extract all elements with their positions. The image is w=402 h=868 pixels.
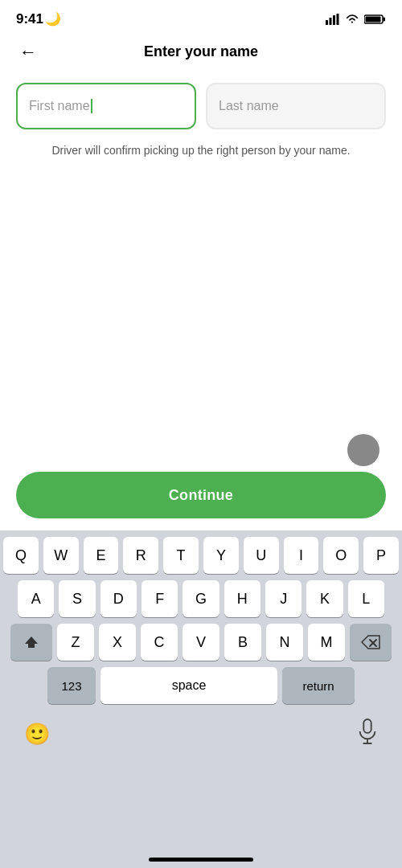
emoji-icon[interactable]: 🙂: [24, 722, 50, 747]
key-x[interactable]: X: [99, 624, 136, 661]
key-c[interactable]: C: [141, 624, 178, 661]
svg-rect-6: [366, 17, 381, 23]
last-name-placeholder: Last name: [219, 99, 279, 113]
key-p[interactable]: P: [363, 537, 399, 574]
continue-button-wrapper: Continue: [16, 472, 386, 518]
shift-key[interactable]: [10, 624, 52, 661]
header: ← Enter your name: [0, 35, 402, 70]
scroll-indicator: [347, 434, 379, 466]
mic-icon[interactable]: [357, 719, 378, 750]
form-area: First name Last name Driver will confirm…: [0, 70, 402, 159]
keyboard-row-2: A S D F G H J K L: [3, 580, 399, 617]
svg-marker-7: [25, 637, 38, 648]
numbers-key[interactable]: 123: [47, 667, 96, 704]
key-s[interactable]: S: [59, 580, 95, 617]
key-z[interactable]: Z: [57, 624, 94, 661]
key-l[interactable]: L: [348, 580, 384, 617]
key-i[interactable]: I: [284, 537, 319, 574]
key-n[interactable]: N: [266, 624, 303, 661]
microphone-icon: [357, 719, 378, 744]
name-inputs: First name Last name: [16, 83, 386, 129]
key-a[interactable]: A: [18, 580, 54, 617]
back-button[interactable]: ←: [16, 39, 40, 66]
shift-icon: [23, 634, 39, 650]
key-q[interactable]: Q: [3, 537, 39, 574]
first-name-input[interactable]: First name: [16, 83, 196, 129]
svg-rect-0: [326, 20, 328, 25]
space-key[interactable]: space: [100, 667, 277, 704]
status-time: 9:41: [16, 11, 43, 27]
svg-rect-5: [384, 18, 386, 22]
key-g[interactable]: G: [183, 580, 219, 617]
key-j[interactable]: J: [265, 580, 302, 617]
key-r[interactable]: R: [123, 537, 158, 574]
key-d[interactable]: D: [100, 580, 137, 617]
key-v[interactable]: V: [183, 624, 219, 661]
keyboard-row-3: Z X C V B N M: [3, 624, 399, 661]
keyboard: Q W E R T Y U I O P A S D F G H J K L Z …: [0, 530, 402, 868]
return-key[interactable]: return: [282, 667, 355, 704]
status-bar: 9:41 🌙: [0, 0, 402, 35]
battery-icon: [364, 14, 386, 25]
key-k[interactable]: K: [306, 580, 343, 617]
key-h[interactable]: H: [224, 580, 260, 617]
home-indicator: [149, 858, 253, 862]
key-o[interactable]: O: [323, 537, 359, 574]
key-t[interactable]: T: [163, 537, 199, 574]
key-w[interactable]: W: [43, 537, 79, 574]
svg-rect-10: [363, 719, 371, 733]
page-title: Enter your name: [144, 43, 258, 60]
backspace-key[interactable]: [350, 624, 392, 661]
key-f[interactable]: F: [142, 580, 178, 617]
moon-icon: 🌙: [45, 11, 61, 27]
wifi-icon: [345, 14, 359, 25]
keyboard-bottom-bar: 🙂: [3, 710, 399, 761]
last-name-input[interactable]: Last name: [206, 83, 386, 129]
svg-rect-2: [333, 15, 335, 25]
keyboard-row-1: Q W E R T Y U I O P: [3, 537, 399, 574]
svg-rect-3: [337, 14, 339, 25]
key-u[interactable]: U: [244, 537, 279, 574]
key-m[interactable]: M: [308, 624, 345, 661]
signal-icon: [326, 14, 340, 25]
hint-text: Driver will confirm picking up the right…: [24, 142, 378, 159]
status-icons: [326, 14, 386, 25]
continue-button[interactable]: Continue: [16, 472, 386, 518]
text-cursor: [91, 99, 92, 113]
key-b[interactable]: B: [224, 624, 261, 661]
keyboard-row-bottom: 123 space return: [3, 667, 399, 704]
key-y[interactable]: Y: [203, 537, 239, 574]
backspace-icon: [361, 635, 380, 649]
first-name-placeholder: First name: [29, 99, 90, 113]
key-e[interactable]: E: [84, 537, 119, 574]
svg-rect-1: [330, 18, 332, 25]
